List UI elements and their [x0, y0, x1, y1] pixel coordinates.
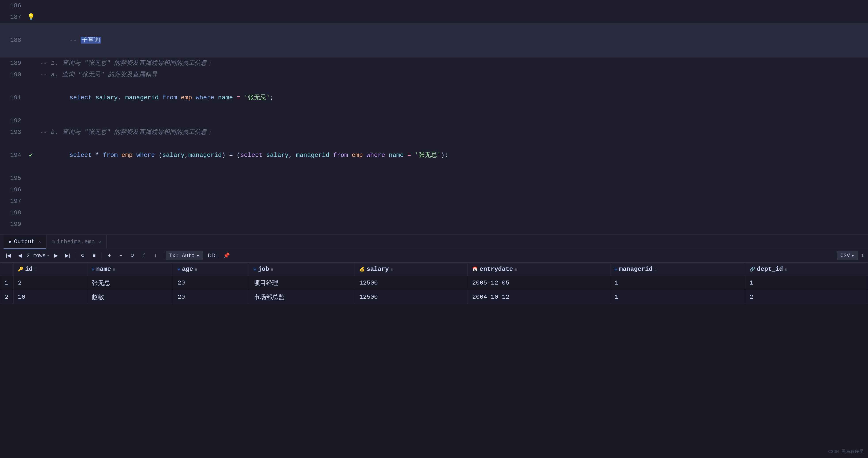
managerid-sort-icon[interactable]: ⇅	[654, 267, 657, 272]
col-header-entrydate[interactable]: 📅 entrydate ⇅	[468, 263, 610, 276]
col-header-managerid[interactable]: ⊞ managerid ⇅	[610, 263, 745, 276]
csv-button[interactable]: CSV ▾	[837, 251, 858, 260]
cell-job-2: 市场部总监	[249, 290, 355, 304]
col-header-age[interactable]: ⊞ age ⇅	[173, 263, 249, 276]
last-page-button[interactable]: ▶|	[63, 251, 72, 260]
code-line-192: 192	[0, 115, 868, 126]
str-name-sub-194: '张无忌'	[415, 152, 441, 159]
code-lines: 186 187 💡 188 -- 子查询 189 -- 1. 查询与 "张无忌"…	[0, 0, 868, 230]
table-header-row: 🔑 id ⇅ ⊞ name ⇅ ⊞	[0, 263, 868, 276]
col-header-job[interactable]: ⊞ job ⇅	[249, 263, 355, 276]
id-col-icon: 🔑	[18, 266, 24, 272]
code-line-195: 195	[0, 173, 868, 184]
prev-page-button[interactable]: ◀	[15, 251, 25, 260]
revert-button[interactable]: ↺	[127, 251, 137, 260]
ddl-button[interactable]: DDL	[205, 251, 221, 260]
entrydate-sort-icon[interactable]: ⇅	[515, 267, 517, 272]
tbl-emp-sub-194: emp	[352, 152, 363, 159]
line-num-194: 194	[0, 149, 27, 161]
code-line-187: 187 💡	[0, 11, 868, 23]
salary-sort-icon[interactable]: ⇅	[391, 267, 393, 272]
upload-button[interactable]: ↑	[151, 251, 160, 260]
code-line-191: 191 select salary, managerid from emp wh…	[0, 81, 868, 115]
cell-deptid-1: 1	[745, 276, 868, 290]
line-content-188[interactable]: -- 子查询	[35, 23, 868, 58]
itheima-tab-close[interactable]: ✕	[98, 239, 101, 245]
dept-sort-icon[interactable]: ⇅	[785, 267, 787, 272]
col-label-entrydate: entrydate	[479, 266, 513, 273]
output-tab-close[interactable]: ✕	[38, 239, 41, 245]
download-icon[interactable]: ⬇	[861, 253, 865, 259]
tab-bar: ▶ Output ✕ ⊞ itheima.emp ✕	[0, 235, 868, 249]
line-num-196: 196	[0, 184, 27, 196]
keyword-select-sub-194: select	[240, 152, 266, 159]
code-line-199: 199	[0, 219, 868, 230]
col-header-salary[interactable]: 💰 salary ⇅	[355, 263, 468, 276]
str-name-191: '张无忌'	[244, 94, 270, 101]
line-num-195: 195	[0, 173, 27, 184]
col-label-job: job	[258, 266, 269, 273]
code-line-189: 189 -- 1. 查询与 "张无忌" 的薪资及直属领导相同的员工信息；	[0, 58, 868, 69]
cell-deptid-2: 2	[745, 290, 868, 304]
tx-auto-button[interactable]: Tx: Auto ▾	[166, 251, 203, 260]
code-line-190: 190 -- a. 查询 "张无忌" 的薪资及直属领导	[0, 69, 868, 81]
stop-button[interactable]: ■	[89, 251, 99, 260]
toolbar-sep-1	[75, 252, 75, 259]
submit-button[interactable]: ⤴	[139, 251, 149, 260]
job-sort-icon[interactable]: ⇅	[271, 267, 273, 272]
result-table-wrapper: 🔑 id ⇅ ⊞ name ⇅ ⊞	[0, 262, 868, 458]
keyword-from-194: from	[103, 152, 122, 159]
col-header-rownum	[0, 263, 13, 276]
managerid-col-icon: ⊞	[615, 266, 617, 272]
keyword-select-191: select	[69, 94, 95, 101]
editor-area: 186 187 💡 188 -- 子查询 189 -- 1. 查询与 "张无忌"…	[0, 0, 868, 234]
rows-count-label: 2 rows	[27, 253, 45, 259]
keyword-from-sub-194: from	[330, 152, 352, 159]
cell-job-1: 项目经理	[249, 276, 355, 290]
cell-salary-2: 12500	[355, 290, 468, 304]
line-num-190: 190	[0, 69, 27, 81]
line-num-193: 193	[0, 126, 27, 138]
cell-id-2: 10	[13, 290, 87, 304]
line-num-189: 189	[0, 58, 27, 69]
code-line-193: 193 -- b. 查询与 "张无忌" 的薪资及直属领导相同的员工信息；	[0, 126, 868, 138]
line-content-194[interactable]: select * from emp where (salary,manageri…	[35, 138, 868, 173]
first-page-button[interactable]: |◀	[3, 251, 13, 260]
col-header-dept-id[interactable]: 🔗 dept_id ⇅	[745, 263, 868, 276]
cell-managerid-1: 1	[610, 276, 745, 290]
add-row-button[interactable]: +	[104, 251, 114, 260]
col-header-name[interactable]: ⊞ name ⇅	[87, 263, 173, 276]
toolbar-sep-3	[163, 252, 163, 259]
age-sort-icon[interactable]: ⇅	[195, 267, 197, 272]
rows-info: 2 rows ▾	[27, 253, 49, 259]
refresh-button[interactable]: ↻	[78, 251, 88, 260]
code-line-198: 198	[0, 207, 868, 219]
tab-output[interactable]: ▶ Output ✕	[3, 235, 46, 249]
code-line-194: 194 ✔ select * from emp where (salary,ma…	[0, 138, 868, 173]
cell-name-1: 张无忌	[87, 276, 173, 290]
cell-age-2: 20	[173, 290, 249, 304]
row-num-1: 1	[0, 276, 13, 290]
name-sort-icon[interactable]: ⇅	[113, 267, 115, 272]
col-label-managerid: managerid	[619, 266, 653, 273]
cell-entrydate-1: 2005-12-05	[468, 276, 610, 290]
line-content-191[interactable]: select salary, managerid from emp where …	[35, 81, 868, 115]
itheima-tab-label: itheima.emp	[57, 238, 95, 245]
dept-col-icon: 🔗	[749, 266, 755, 272]
delete-row-button[interactable]: −	[116, 251, 126, 260]
entrydate-col-icon: 📅	[472, 266, 478, 272]
rows-dropdown-icon[interactable]: ▾	[47, 253, 49, 258]
cell-entrydate-2: 2004-10-12	[468, 290, 610, 304]
line-content-193: -- b. 查询与 "张无忌" 的薪资及直属领导相同的员工信息；	[35, 126, 868, 138]
col-label-name: name	[96, 266, 111, 273]
keyword-where-191: where	[192, 94, 218, 101]
pin-icon[interactable]: 📌	[223, 253, 230, 259]
next-page-button[interactable]: ▶	[51, 251, 61, 260]
line-num-197: 197	[0, 196, 27, 207]
col-label-age: age	[182, 266, 193, 273]
line-num-188: 188	[0, 34, 27, 46]
col-header-id[interactable]: 🔑 id ⇅	[13, 263, 87, 276]
id-sort-icon[interactable]: ⇅	[34, 267, 37, 272]
keyword-select-194: select	[69, 152, 95, 159]
tab-itheima-emp[interactable]: ⊞ itheima.emp ✕	[46, 235, 106, 249]
